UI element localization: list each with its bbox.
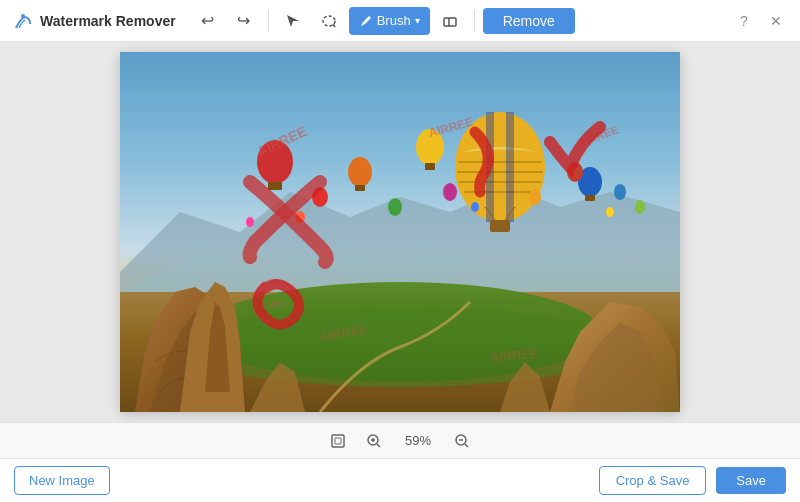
- erase-icon: [442, 13, 458, 29]
- zoom-in-button[interactable]: [362, 429, 386, 453]
- zoom-fit-icon: [330, 433, 346, 449]
- svg-point-23: [529, 189, 541, 205]
- svg-point-28: [471, 202, 479, 212]
- toolbar-separator-1: [268, 10, 269, 32]
- redo-button[interactable]: ↪: [228, 7, 260, 35]
- svg-point-25: [614, 184, 626, 200]
- svg-rect-40: [335, 438, 341, 444]
- brush-icon: [359, 14, 373, 28]
- svg-point-30: [246, 217, 254, 227]
- canvas-area: AIRREE AIRREE AIRREE AIRREE AIRREE AIRE: [0, 42, 800, 422]
- brush-tool-button[interactable]: Brush ▾: [349, 7, 430, 35]
- close-button[interactable]: ✕: [764, 9, 788, 33]
- new-image-button[interactable]: New Image: [14, 466, 110, 495]
- svg-rect-17: [355, 185, 365, 191]
- toolbar-separator-2: [474, 10, 475, 32]
- app-logo-icon: [12, 10, 34, 32]
- zoom-out-icon: [454, 433, 470, 449]
- svg-point-29: [606, 207, 614, 217]
- svg-point-0: [21, 14, 25, 18]
- zoom-level: 59%: [398, 433, 438, 448]
- arrow-icon: [285, 13, 301, 29]
- lasso-tool-button[interactable]: [313, 7, 345, 35]
- save-button[interactable]: Save: [716, 467, 786, 494]
- svg-line-47: [465, 444, 468, 447]
- app-title: Watermark Remover: [40, 13, 176, 29]
- svg-rect-9: [490, 220, 510, 232]
- toolbar: ↩ ↪ Brush ▾: [192, 7, 720, 35]
- help-button[interactable]: ?: [732, 9, 756, 33]
- remove-button[interactable]: Remove: [483, 8, 575, 34]
- svg-point-21: [388, 198, 402, 216]
- zoom-bar: 59%: [0, 422, 800, 458]
- image-background: AIRREE AIRREE AIRREE AIRREE AIRREE AIRE: [120, 52, 680, 412]
- svg-point-26: [635, 200, 645, 214]
- zoom-in-icon: [366, 433, 382, 449]
- bottom-bar: New Image Crop & Save Save: [0, 458, 800, 502]
- undo-button[interactable]: ↩: [192, 7, 224, 35]
- svg-rect-15: [425, 163, 435, 170]
- scene-svg: AIRREE AIRREE AIRREE AIRREE AIRREE AIRE: [120, 52, 680, 412]
- app-logo: Watermark Remover: [12, 10, 176, 32]
- erase-tool-button[interactable]: [434, 7, 466, 35]
- window-controls: ? ✕: [732, 9, 788, 33]
- svg-text:AIRE: AIRE: [265, 299, 286, 309]
- svg-rect-2: [444, 18, 456, 26]
- image-canvas[interactable]: AIRREE AIRREE AIRREE AIRREE AIRREE AIRE: [120, 52, 680, 412]
- svg-rect-19: [585, 195, 595, 201]
- arrow-tool-button[interactable]: [277, 7, 309, 35]
- image-container[interactable]: AIRREE AIRREE AIRREE AIRREE AIRREE AIRE: [120, 52, 680, 412]
- zoom-out-button[interactable]: [450, 429, 474, 453]
- svg-point-22: [443, 183, 457, 201]
- svg-rect-13: [268, 182, 282, 190]
- title-bar: Watermark Remover ↩ ↪ Brush ▾: [0, 0, 800, 42]
- svg-rect-39: [332, 435, 344, 447]
- svg-line-44: [377, 444, 380, 447]
- lasso-icon: [321, 13, 337, 29]
- svg-point-16: [348, 157, 372, 187]
- zoom-fit-button[interactable]: [326, 429, 350, 453]
- crop-save-button[interactable]: Crop & Save: [599, 466, 707, 495]
